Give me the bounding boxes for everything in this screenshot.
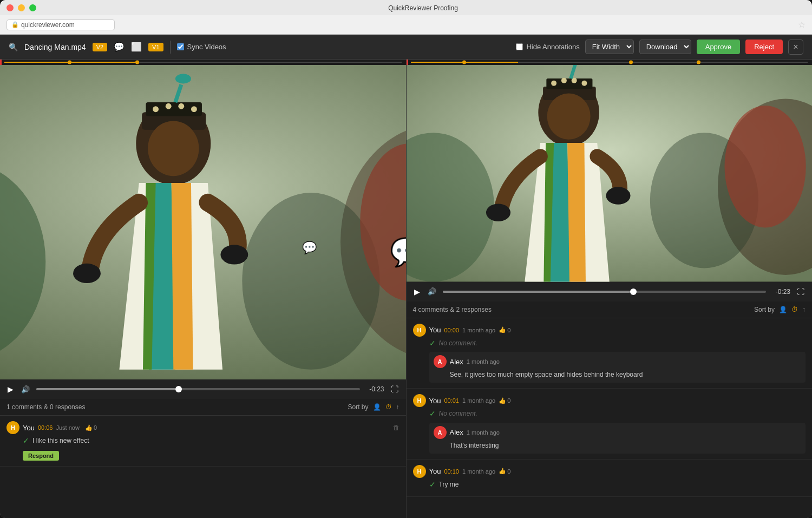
left-time-fill: [36, 388, 175, 390]
right-fullscreen-button[interactable]: ⛶: [796, 286, 806, 297]
main-content: 💬 💬 ▶ 🔊 -0:23 ⛶ 1 comments & 0 respo: [0, 60, 812, 518]
left-comment-ts-1: 00:06: [38, 424, 53, 431]
left-delete-icon-1[interactable]: 🗑: [393, 424, 400, 431]
maximize-window-button[interactable]: [29, 4, 36, 11]
right-reply-avatar-2-1: A: [434, 426, 447, 439]
title-bar: QuickReviewer Proofing: [0, 0, 812, 15]
left-scrubber-red-marker: [0, 60, 2, 65]
svg-point-32: [486, 204, 510, 222]
right-comment-list: H You 00:00 1 month ago 👍 0 ✓ No comment…: [407, 318, 813, 515]
right-video-content: [407, 65, 813, 282]
right-comments-section: 4 comments & 2 responses Sort by 👤 ⏱ ↑ H…: [407, 301, 813, 519]
approve-button[interactable]: Approve: [697, 40, 740, 54]
left-video-frame: 💬 💬: [0, 65, 406, 379]
download-select[interactable]: Download: [639, 40, 691, 54]
right-scrubber-dot2: [629, 61, 633, 64]
right-likes-1[interactable]: 👍 0: [499, 326, 510, 333]
left-sort-asc-icon[interactable]: ↑: [396, 403, 400, 411]
left-scrubber-track[interactable]: [4, 62, 402, 63]
right-ts-3: 00:10: [444, 468, 459, 475]
right-reply-author-1-1: Alex: [450, 358, 463, 366]
left-sort-label: Sort by: [348, 403, 368, 411]
address-bar[interactable]: 🔒 quickreviewer.com: [6, 19, 115, 30]
window-title: QuickReviewer Proofing: [388, 4, 458, 12]
right-video-frame: [407, 65, 813, 282]
right-sort-asc-icon[interactable]: ↑: [802, 306, 806, 313]
right-ts-1: 00:00: [444, 327, 459, 333]
left-fullscreen-button[interactable]: ⛶: [390, 384, 400, 395]
fit-width-select[interactable]: Fit Width: [585, 40, 634, 54]
search-icon[interactable]: 🔍: [9, 43, 18, 51]
svg-point-16: [220, 245, 248, 264]
left-timeline[interactable]: [36, 388, 360, 390]
left-volume-button[interactable]: 🔊: [20, 384, 31, 395]
left-comment-bubble: 💬: [302, 241, 317, 255]
left-play-button[interactable]: ▶: [6, 384, 15, 395]
svg-point-14: [148, 121, 199, 176]
right-time-thumb[interactable]: [630, 288, 637, 295]
left-sort-person-icon[interactable]: 👤: [373, 403, 381, 411]
right-sort-person-icon[interactable]: 👤: [779, 306, 787, 313]
minimize-window-button[interactable]: [18, 4, 25, 11]
bookmark-icon[interactable]: ☆: [798, 19, 806, 30]
version-v1-badge[interactable]: V1: [148, 43, 163, 51]
right-timeago-1: 1 month ago: [462, 327, 495, 333]
right-comment-item-3: H You 00:10 1 month ago 👍 0 ✓ Try me: [407, 460, 813, 497]
right-volume-button[interactable]: 🔊: [427, 286, 437, 297]
svg-point-9: [166, 103, 172, 109]
browser-bar: 🔒 quickreviewer.com ☆: [0, 15, 812, 35]
left-video-panel: 💬 💬 ▶ 🔊 -0:23 ⛶ 1 comments & 0 respo: [0, 60, 407, 518]
left-comment-time-1: Just now: [56, 424, 79, 431]
left-like-count-1[interactable]: 👍 0: [85, 424, 97, 431]
right-reply-2-1: A Alex 1 month ago That's interesting: [429, 423, 806, 454]
right-comment-text-2: No comment.: [439, 409, 477, 418]
right-author-2: You: [429, 397, 441, 405]
file-name: Dancing Man.mp4: [24, 43, 86, 51]
left-time-thumb[interactable]: [175, 386, 182, 392]
left-video-controls: ▶ 🔊 -0:23 ⛶: [0, 379, 406, 399]
hide-annotations-checkbox[interactable]: [516, 43, 523, 50]
left-scrubber[interactable]: [0, 60, 406, 65]
url-text: quickreviewer.com: [21, 21, 75, 29]
sync-videos-label[interactable]: Sync Videos: [177, 43, 226, 51]
svg-point-21: [724, 106, 806, 227]
right-video-controls: ▶ 🔊 -0:23 ⛶: [407, 282, 813, 301]
right-comment-text-3: Try me: [439, 480, 459, 489]
fullscreen-icon[interactable]: ⬜: [131, 42, 142, 52]
right-author-1: You: [429, 326, 441, 334]
svg-point-13: [175, 74, 191, 83]
sync-videos-checkbox[interactable]: [177, 43, 184, 50]
right-comments-count: 4 comments & 2 responses: [413, 306, 492, 313]
right-likes-3[interactable]: 👍 0: [499, 468, 510, 475]
right-timeline[interactable]: [443, 291, 767, 293]
left-comments-header: 1 comments & 0 responses Sort by 👤 ⏱ ↑: [0, 399, 406, 416]
comment-icon[interactable]: 💬: [114, 42, 125, 52]
close-button[interactable]: ×: [788, 40, 803, 55]
right-play-button[interactable]: ▶: [413, 286, 421, 297]
right-avatar-3: H: [413, 465, 426, 478]
left-comment-author-1: You: [23, 424, 35, 432]
close-window-button[interactable]: [6, 4, 14, 11]
right-reply-author-2-1: Alex: [450, 428, 463, 436]
right-comment-text-1: No comment.: [439, 339, 477, 348]
right-comment-item-1: H You 00:00 1 month ago 👍 0 ✓ No comment…: [407, 318, 813, 389]
right-scrubber-track[interactable]: [411, 62, 808, 63]
right-likes-2[interactable]: 👍 0: [499, 397, 510, 404]
left-respond-button-1[interactable]: Respond: [23, 451, 59, 461]
left-comments-section: 1 comments & 0 responses Sort by 👤 ⏱ ↑ H…: [0, 399, 406, 518]
right-author-3: You: [429, 467, 441, 475]
right-time-remaining: -0:23: [771, 288, 790, 296]
right-comments-header: 4 comments & 2 responses Sort by 👤 ⏱ ↑: [407, 301, 813, 318]
right-sort-time-icon[interactable]: ⏱: [791, 306, 798, 313]
right-scrubber-dot1: [462, 61, 466, 64]
svg-point-28: [581, 81, 587, 86]
version-v2-badge[interactable]: V2: [93, 43, 107, 51]
reject-button[interactable]: Reject: [745, 40, 783, 54]
left-sort-time-icon[interactable]: ⏱: [385, 403, 392, 411]
right-scrubber-red-marker: [407, 60, 408, 65]
right-reply-1-1: A Alex 1 month ago See, it gives too muc…: [429, 352, 806, 383]
hide-annotations-label[interactable]: Hide Annotations: [516, 43, 579, 51]
svg-point-11: [191, 106, 197, 112]
right-timeago-3: 1 month ago: [462, 468, 495, 475]
right-scrubber[interactable]: [407, 60, 813, 65]
